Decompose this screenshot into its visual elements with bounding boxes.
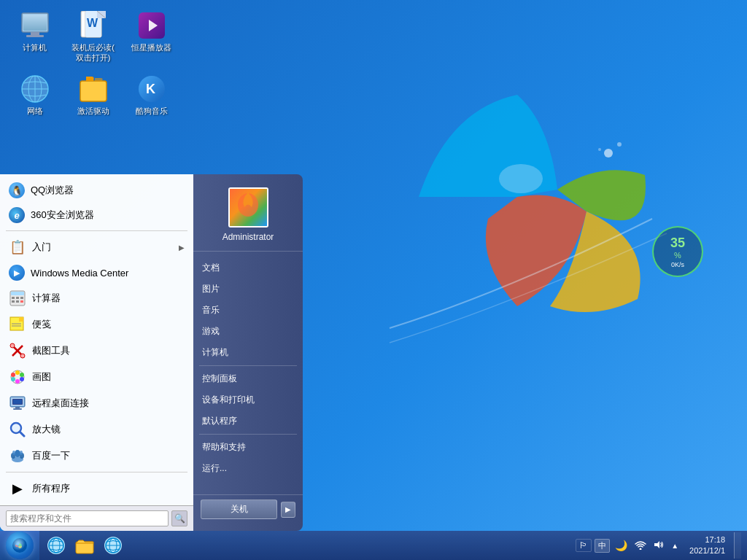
user-avatar[interactable] xyxy=(228,187,268,228)
flag-tray-icon: 🏳 xyxy=(579,540,588,551)
svg-rect-49 xyxy=(15,407,20,408)
right-menu-games[interactable]: 游戏 xyxy=(193,321,303,342)
360-browser-icon: e xyxy=(9,207,25,223)
menu-item-360-browser[interactable]: e 360安全浏览器 xyxy=(0,203,193,228)
right-menu-control-panel[interactable]: 控制面板 xyxy=(193,368,303,389)
right-menu-run[interactable]: 运行... xyxy=(193,458,303,479)
lang-button[interactable]: 中 xyxy=(595,539,610,553)
start-menu-items: 🐧 QQ浏览器 e 360安全浏览器 📋 入门 ▶ ▶ xyxy=(0,174,193,505)
player-icon xyxy=(137,11,166,40)
qqmusic-label: 酷狗音乐 xyxy=(136,106,168,116)
desktop-icon-computer[interactable]: 计算机 xyxy=(7,7,62,67)
speed-pct-symbol: % xyxy=(674,251,681,260)
all-programs-label: 所有程序 xyxy=(32,482,70,495)
360-browser-label: 360安全浏览器 xyxy=(31,209,94,222)
right-divider xyxy=(199,365,297,366)
intro-arrow: ▶ xyxy=(179,244,185,252)
computer-icon xyxy=(20,11,50,40)
qqmusic-icon: K xyxy=(137,74,166,104)
svg-rect-6 xyxy=(23,15,47,31)
svg-point-20 xyxy=(22,76,48,102)
svg-point-60 xyxy=(12,451,15,455)
svg-rect-27 xyxy=(16,297,19,299)
activate-icon xyxy=(79,74,108,104)
network-tray-icon[interactable] xyxy=(632,538,649,553)
start-button[interactable] xyxy=(0,531,39,560)
svg-point-44 xyxy=(20,377,24,381)
menu-item-intro[interactable]: 📋 入门 ▶ xyxy=(0,234,193,260)
svg-rect-30 xyxy=(16,300,19,303)
system-clock[interactable]: 17:18 2021/12/1 xyxy=(684,534,731,557)
svg-point-38 xyxy=(10,343,15,348)
svg-rect-31 xyxy=(20,300,23,303)
menu-item-qq-browser[interactable]: 🐧 QQ浏览器 xyxy=(0,178,193,203)
desktop-icon-network[interactable]: 网络 xyxy=(7,71,62,120)
svg-point-59 xyxy=(15,450,20,457)
menu-divider-1 xyxy=(6,230,187,231)
svg-point-1 xyxy=(604,149,613,158)
shutdown-button[interactable]: 关机 xyxy=(201,499,277,519)
moon-tray-icon[interactable]: 🌙 xyxy=(613,538,630,553)
computer-label: 计算机 xyxy=(23,42,47,52)
menu-item-sticky[interactable]: 便笺 xyxy=(0,311,193,338)
svg-rect-21 xyxy=(80,81,107,101)
search-input[interactable] xyxy=(6,510,169,526)
svg-point-41 xyxy=(11,373,15,377)
desktop-icon-activate[interactable]: 激活驱动 xyxy=(66,71,120,120)
rdp-icon xyxy=(9,394,26,412)
taskbar-icon-ie[interactable] xyxy=(43,532,69,559)
svg-point-0 xyxy=(499,164,543,193)
wmc-label: Windows Media Center xyxy=(31,268,128,279)
right-menu-pictures[interactable]: 图片 xyxy=(193,279,303,300)
menu-item-snip[interactable]: 截图工具 xyxy=(0,338,193,364)
windows-logo xyxy=(360,36,674,368)
snip-icon xyxy=(9,342,26,359)
menu-item-magnifier[interactable]: 放大镜 xyxy=(0,416,193,443)
right-menu-help[interactable]: 帮助和支持 xyxy=(193,437,303,458)
start-menu-right: Administrator 文档 图片 音乐 游戏 计算机 控制面板 设备和打印… xyxy=(193,174,303,531)
menu-item-paint[interactable]: 画图 xyxy=(0,364,193,390)
svg-rect-28 xyxy=(20,297,23,299)
desktop-icon-word[interactable]: W 装机后必读(双击打开) xyxy=(66,7,120,67)
shutdown-arrow-button[interactable]: ▶ xyxy=(281,502,295,518)
notification-area[interactable]: 🏳 xyxy=(576,539,592,552)
start-menu-left: 🐧 QQ浏览器 e 360安全浏览器 📋 入门 ▶ ▶ xyxy=(0,174,193,531)
player-label: 恒星播放器 xyxy=(131,42,171,52)
taskbar-items xyxy=(39,532,576,559)
svg-rect-52 xyxy=(13,400,22,404)
svg-point-46 xyxy=(11,377,15,381)
menu-item-wmc[interactable]: ▶ Windows Media Center xyxy=(0,260,193,285)
calc-label: 计算器 xyxy=(32,292,61,305)
volume-tray-icon[interactable] xyxy=(651,538,666,553)
svg-text:W: W xyxy=(87,17,98,29)
taskbar: 🏳 中 🌙 xyxy=(0,531,747,560)
svg-rect-29 xyxy=(12,300,15,303)
right-menu-music[interactable]: 音乐 xyxy=(193,300,303,321)
intro-label: 入门 xyxy=(32,241,51,254)
taskbar-icon-explorer[interactable] xyxy=(71,532,98,559)
right-menu-default-programs[interactable]: 默认程序 xyxy=(193,411,303,432)
menu-item-all-programs[interactable]: ▶ 所有程序 xyxy=(0,475,193,502)
intro-icon: 📋 xyxy=(9,238,26,256)
speed-unit: 0K/s xyxy=(671,261,684,268)
menu-item-baidu[interactable]: 百度一下 xyxy=(0,443,193,469)
right-menu-documents[interactable]: 文档 xyxy=(193,257,303,279)
shutdown-area: 关机 ▶ xyxy=(193,494,303,524)
menu-item-calc[interactable]: 计算器 xyxy=(0,285,193,311)
tray-expand-icon[interactable]: ▲ xyxy=(669,540,681,551)
svg-point-43 xyxy=(20,373,24,377)
show-desktop-button[interactable] xyxy=(734,532,741,559)
taskbar-icon-ie2[interactable] xyxy=(100,532,126,559)
menu-item-rdp[interactable]: 远程桌面连接 xyxy=(0,390,193,416)
svg-point-2 xyxy=(617,142,622,147)
taskbar-right: 🏳 中 🌙 xyxy=(576,532,747,559)
right-menu-devices[interactable]: 设备和打印机 xyxy=(193,389,303,411)
right-menu-computer[interactable]: 计算机 xyxy=(193,342,303,363)
search-button[interactable]: 🔍 xyxy=(171,510,187,526)
username: Administrator xyxy=(222,232,274,242)
desktop-icon-player[interactable]: 恒星播放器 xyxy=(124,7,179,67)
icon-row-1: 计算机 W 装机后必读(双击打开) xyxy=(7,7,179,67)
desktop-icon-qqmusic[interactable]: K 酷狗音乐 xyxy=(124,71,179,120)
clock-date: 2021/12/1 xyxy=(689,545,725,556)
start-menu: 🐧 QQ浏览器 e 360安全浏览器 📋 入门 ▶ ▶ xyxy=(0,174,303,531)
